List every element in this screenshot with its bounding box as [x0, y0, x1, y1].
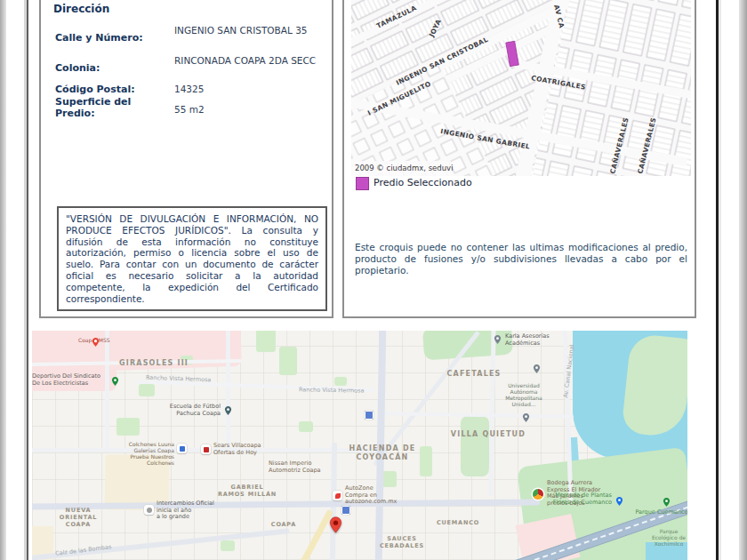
- poi-label: Sears Villacoapa Ofertas de Hoy: [213, 443, 270, 456]
- green-pin-icon[interactable]: [110, 375, 120, 388]
- legal-disclaimer-box: "VERSIÓN DE DIVULGACIÓN E INFORMACIÓN, N…: [57, 206, 327, 311]
- croquis-note: Este croquis puede no contener las ultim…: [355, 242, 687, 276]
- field-label-superficie: Superficie del Predio:: [55, 96, 169, 119]
- transit-station-icon[interactable]: [365, 411, 374, 420]
- store-icon[interactable]: [333, 491, 342, 500]
- poi-parque-ecologico[interactable]: Parque Ecológico de Xochimilco: [646, 528, 687, 547]
- poi-karla-asesorias[interactable]: Karla Asesorías Académicas: [493, 332, 502, 349]
- poi-colchones-luuna[interactable]: Colchones Luuna Galerías Coapa Prueba Nu…: [119, 441, 174, 466]
- window-left-edge: [0, 0, 6, 560]
- road: [105, 331, 109, 452]
- gray-pin-icon[interactable]: [493, 333, 502, 346]
- seduvi-report-page: { "address_panel": { "title": "Dirección…: [0, 0, 747, 560]
- gray-pin-icon[interactable]: [532, 363, 542, 375]
- croquis-panel: TAMAZULA JOYA INGENIO SAN CRISTOBAL I SA…: [342, 0, 696, 318]
- field-label-cp: Código Postal:: [55, 84, 169, 95]
- poi-uam[interactable]: Universidad Autónoma Metropolitana Unida…: [498, 382, 550, 407]
- window-right-edge: [739, 0, 747, 560]
- green-island: [621, 333, 687, 439]
- store-icon[interactable]: [144, 505, 154, 515]
- neighborhood-ramos-millan: GABRIEL RAMOS MILLÁN: [217, 484, 277, 498]
- poi-escuela-futbol[interactable]: Escuela de Fútbol Pachuca Coapa: [167, 404, 221, 417]
- green-patch: [334, 377, 347, 386]
- poi-deportivo[interactable]: Deportivo Del Sindicato De Los Electrici…: [32, 373, 108, 387]
- neighborhood-nueva-oriental: NUEVA ORIENTAL COAPA: [46, 507, 110, 528]
- store-icon[interactable]: [201, 444, 211, 454]
- field-value-colonia: RINCONADA COAPA 2DA SECC: [174, 55, 333, 67]
- field-value-cp: 14325: [174, 84, 333, 95]
- poi-label: Escuela de Fútbol Pachuca Coapa: [167, 404, 221, 417]
- document-page: Dirección Calle y Número: INGENIO SAN CR…: [27, 0, 719, 560]
- neighborhood-girasoles: GIRASOLES III: [114, 359, 194, 368]
- green-patch: [139, 384, 155, 396]
- address-panel-title: Dirección: [53, 3, 109, 15]
- neighborhood-coapa: COAPA: [265, 521, 302, 528]
- field-value-calle: INGENIO SAN CRISTOBAL 35: [174, 25, 333, 36]
- field-label-calle: Calle y Número:: [55, 32, 169, 44]
- map-credit: 2009 © ciudadmx, seduvi: [355, 164, 454, 172]
- poi-label: Deportivo Del Sindicato De Los Electrici…: [32, 373, 108, 387]
- croquis-map: TAMAZULA JOYA INGENIO SAN CRISTOBAL I SA…: [351, 0, 691, 176]
- poi-label: Mercado de Plantas Flores de Cuemanco: [541, 492, 612, 506]
- green-patch: [221, 540, 235, 551]
- poi-label: Karla Asesorías Académicas: [505, 333, 560, 347]
- green-patch: [279, 347, 297, 375]
- park-villa-quietud: [461, 416, 489, 476]
- neighborhood-villa-quietud: VILLA QUIETUD: [448, 430, 528, 439]
- poi-label: Parque Ecológico de Xochimilco: [646, 528, 687, 547]
- green-pin-icon[interactable]: [662, 496, 671, 508]
- selected-location-pin[interactable]: [327, 514, 344, 536]
- blue-pin-icon[interactable]: [614, 495, 624, 508]
- street-map[interactable]: GIRASOLES III CAFETALES VILLA QUIETUD HA…: [32, 331, 687, 560]
- road: [226, 331, 230, 452]
- neighborhood-cafetales: CAFETALES: [443, 370, 505, 379]
- address-panel: Dirección Calle y Número: INGENIO SAN CR…: [39, 0, 333, 318]
- poi-hospital[interactable]: Coapa IMSS: [78, 331, 110, 346]
- red-pin-icon[interactable]: [91, 336, 100, 348]
- neighborhood-cuemanco: CUEMANCO: [430, 519, 486, 526]
- poi-label: Parque Cuemanco: [633, 509, 687, 516]
- gray-pin-icon[interactable]: [521, 412, 531, 424]
- poi-label: Nissan Imperio Automotriz Coapa: [269, 460, 331, 474]
- street-label: Rancho Vista Hermosa: [299, 386, 365, 394]
- field-label-colonia: Colonia:: [55, 62, 169, 74]
- teal-pin-icon[interactable]: [223, 404, 233, 417]
- neighborhood-sauces: SAUCES CEBADALES: [379, 535, 425, 549]
- green-patch: [116, 418, 140, 436]
- store-icon[interactable]: [177, 444, 187, 453]
- legend-selected-parcel-swatch: [356, 177, 369, 190]
- field-value-superficie: 55 m2: [174, 104, 333, 116]
- poi-label: Colchones Luuna Galerías Coapa Prueba Nu…: [119, 441, 174, 466]
- poi-nissan[interactable]: Nissan Imperio Automotriz Coapa: [269, 460, 331, 474]
- poi-mercado-plantas[interactable]: Mercado de Plantas Flores de Cuemanco: [541, 492, 612, 506]
- legend-selected-parcel-label: Predio Seleccionado: [374, 177, 472, 188]
- poi-label: Universidad Autónoma Metropolitana Unida…: [498, 382, 550, 407]
- poi-label: AutoZone Compra en autozone.com.mx: [345, 485, 404, 506]
- poi-label: Intercambios Oficial inicia el año a lo …: [157, 500, 219, 521]
- green-patch: [299, 421, 313, 432]
- neighborhood-hacienda-coyoacan: HACIENDA DE COYOACÁN: [343, 444, 422, 462]
- green-patch: [256, 331, 276, 352]
- green-patch: [420, 446, 432, 476]
